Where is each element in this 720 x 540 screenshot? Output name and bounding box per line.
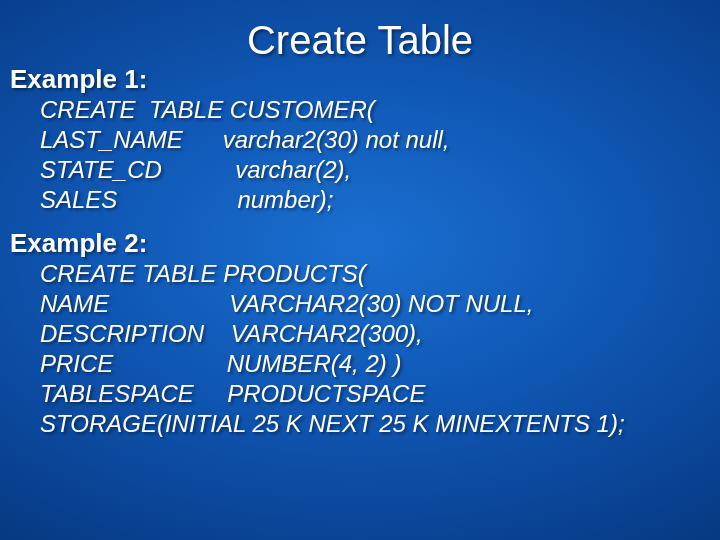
example-2-code-line: DESCRIPTION VARCHAR2(300), — [40, 319, 710, 349]
example-1-code-line: STATE_CD varchar(2), — [40, 155, 710, 185]
example-1-label: Example 1: — [10, 65, 710, 95]
example-1-code-line: LAST_NAME varchar2(30) not null, — [40, 125, 710, 155]
example-2-label: Example 2: — [10, 229, 710, 259]
example-2-code-line: STORAGE(INITIAL 25 K NEXT 25 K MINEXTENT… — [40, 409, 710, 439]
slide: Create Table Example 1: CREATE TABLE CUS… — [0, 0, 720, 540]
example-1-code-line: SALES number); — [40, 185, 710, 215]
slide-title: Create Table — [10, 18, 710, 63]
spacer — [10, 215, 710, 229]
example-2-code-line: CREATE TABLE PRODUCTS( — [40, 259, 710, 289]
example-2-code-line: NAME VARCHAR2(30) NOT NULL, — [40, 289, 710, 319]
example-1-code-line: CREATE TABLE CUSTOMER( — [40, 95, 710, 125]
example-2-code-line: TABLESPACE PRODUCTSPACE — [40, 379, 710, 409]
example-2-code-line: PRICE NUMBER(4, 2) ) — [40, 349, 710, 379]
